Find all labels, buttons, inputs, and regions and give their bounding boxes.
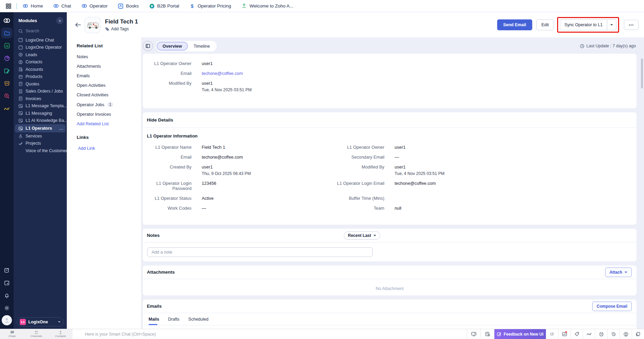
sidebar-item-logixone-operator[interactable]: LogixOne Operator — [14, 44, 67, 51]
related-item-open-activities[interactable]: Open Activities — [77, 83, 137, 88]
calendar-icon[interactable] — [1, 277, 13, 288]
back-button[interactable] — [74, 20, 82, 29]
store-icon[interactable] — [1, 78, 13, 89]
sidebar-item-projects[interactable]: Projects — [14, 140, 67, 147]
related-item-notes[interactable]: Notes — [77, 54, 137, 59]
sync-operator-button[interactable]: Sync Operator to L1 — [560, 20, 607, 30]
page-settings-button[interactable] — [480, 329, 494, 339]
settings-gear-icon[interactable] — [1, 303, 13, 313]
sidebar-item-leads[interactable]: Leads — [14, 51, 67, 59]
related-item-operator-jobs[interactable]: Operator Jobs1 — [77, 102, 137, 107]
sidebar-item-logixone-chat[interactable]: LogixOne Chat — [14, 36, 67, 44]
tab-chat[interactable]: Chat — [53, 3, 71, 9]
add-note-icon[interactable] — [1, 265, 13, 276]
more-actions-button[interactable]: ••• — [624, 20, 639, 30]
svg-text:$: $ — [191, 3, 194, 9]
hide-details-toggle[interactable]: Hide Details — [147, 117, 628, 123]
collapse-panel-button[interactable] — [143, 41, 153, 51]
tab-welcome-zoho[interactable]: Welcome to Zoho A... — [241, 3, 293, 9]
modules-folder-icon[interactable] — [1, 28, 13, 38]
sidebar-item-l1-message-templates[interactable]: L1 Message Templa... — [14, 102, 67, 110]
summary-card: L1 Operator Owner user1 Email techone@co… — [143, 54, 637, 108]
screen-share-button[interactable] — [467, 329, 480, 339]
org-switcher[interactable]: Lo LogixOne — [17, 317, 64, 326]
sidebar-item-invoices[interactable]: Invoices — [14, 95, 67, 102]
leads-target-icon — [18, 52, 23, 57]
sidebar-item-accounts[interactable]: Accounts — [14, 66, 67, 73]
add-module-button[interactable]: + — [56, 17, 63, 24]
email-link[interactable]: techone@coffee.com — [202, 155, 287, 160]
user-avatar[interactable] — [2, 315, 12, 325]
tab-b2b-portal[interactable]: B2B Portal — [149, 3, 179, 9]
sync-operator-dropdown[interactable] — [607, 20, 616, 30]
zia-assistant-button[interactable] — [583, 329, 595, 339]
zoho-logo-icon[interactable] — [1, 15, 13, 26]
sidebar-item-l1-messaging[interactable]: L1 Messaging — [14, 110, 67, 117]
sidebar-item-contacts[interactable]: Contacts — [14, 59, 67, 66]
tab-label: Operator — [90, 3, 108, 9]
edit-button[interactable]: Edit — [536, 19, 554, 30]
compose-email-button[interactable]: Compose Email — [592, 302, 632, 311]
vertical-scrollbar[interactable] — [641, 59, 643, 88]
reminders-button[interactable] — [595, 329, 607, 339]
topbar-divider — [16, 3, 17, 9]
related-item-closed-activities[interactable]: Closed Activities — [77, 92, 137, 97]
add-related-list-link[interactable]: Add Related List — [77, 121, 137, 126]
tab-timeline[interactable]: Timeline — [188, 42, 216, 50]
tag-tool-button[interactable] — [570, 329, 583, 339]
details-card: Hide Details L1 Operator Information L1 … — [143, 112, 637, 225]
module-options-icon[interactable]: ... — [59, 126, 63, 130]
tab-scheduled[interactable]: Scheduled — [188, 313, 209, 325]
related-item-operator-invoices[interactable]: Operator Invoices — [77, 112, 137, 117]
accessibility-button[interactable] — [619, 329, 632, 339]
sidebar-item-voice-of-the-customer[interactable]: Voice of the Customer — [14, 147, 67, 155]
tab-home[interactable]: Home — [22, 3, 43, 9]
zia-icon[interactable] — [1, 103, 13, 114]
smart-chat-bar[interactable] — [73, 329, 467, 339]
sidebar-item-services[interactable]: Services — [14, 132, 67, 140]
feedback-new-ui-button[interactable]: Feedback on New UI — [494, 329, 546, 339]
pie-chart-icon[interactable] — [1, 53, 13, 64]
record-content: Related List Notes Attachments Emails Op… — [67, 37, 644, 329]
tab-overview[interactable]: Overview — [157, 42, 188, 50]
attach-button[interactable]: Attach — [605, 268, 632, 277]
copy-stack-button[interactable] — [632, 329, 644, 339]
announcements-button[interactable] — [546, 329, 558, 339]
history-button[interactable] — [607, 329, 619, 339]
last-update: Last Update : 7 day(s) ago — [580, 44, 636, 48]
tab-books[interactable]: Books — [118, 3, 139, 9]
related-item-attachments[interactable]: Attachments — [77, 64, 137, 69]
tab-operator[interactable]: Operator — [81, 3, 108, 9]
notifications-bell-icon[interactable] — [1, 290, 13, 301]
login-email-link[interactable]: techone@coffee.com — [395, 181, 628, 191]
contacts-tab[interactable]: Contacts — [48, 329, 73, 339]
chats-tab[interactable]: Chats — [0, 329, 24, 339]
record-image[interactable] — [85, 17, 101, 33]
sidebar-item-l1-ai-knowledge-base[interactable]: L1 AI Knowledge Ba... — [14, 117, 67, 125]
tab-operator-pricing[interactable]: $ Operator Pricing — [189, 3, 231, 9]
tab-mails[interactable]: Mails — [149, 313, 159, 325]
zoom-lens-icon[interactable] — [1, 91, 13, 101]
tab-drafts[interactable]: Drafts — [168, 313, 179, 325]
sidebar-item-products[interactable]: Products — [14, 73, 67, 81]
sidebar-item-sales-orders[interactable]: $Sales Orders / Jobs — [14, 88, 67, 95]
app-launcher-icon[interactable] — [4, 2, 13, 11]
modules-search-input[interactable] — [26, 29, 60, 33]
sidebar-item-quotes[interactable]: Quotes — [14, 80, 67, 88]
sidebar-item-l1-operators[interactable]: L1 Operators... — [15, 124, 65, 132]
add-tags-button[interactable]: Add Tags — [105, 27, 138, 31]
smart-chat-input[interactable] — [85, 332, 228, 337]
tag-icon — [105, 27, 109, 31]
add-note-input[interactable] — [147, 247, 373, 257]
modules-search[interactable] — [14, 29, 67, 33]
channels-tab[interactable]: Channels — [24, 329, 48, 339]
related-item-emails[interactable]: Emails — [77, 73, 137, 78]
analytics-chart-icon[interactable] — [1, 40, 13, 51]
tasks-clipboard-icon[interactable] — [1, 65, 13, 76]
notes-sort-dropdown[interactable]: Recent Last — [344, 231, 380, 240]
send-email-button[interactable]: Send Email — [497, 19, 532, 30]
add-link-link[interactable]: Add Link — [77, 146, 137, 151]
email-link[interactable]: techone@coffee.com — [202, 71, 243, 76]
analytics-button[interactable] — [558, 329, 570, 339]
tab-label: Welcome to Zoho A... — [249, 3, 293, 9]
